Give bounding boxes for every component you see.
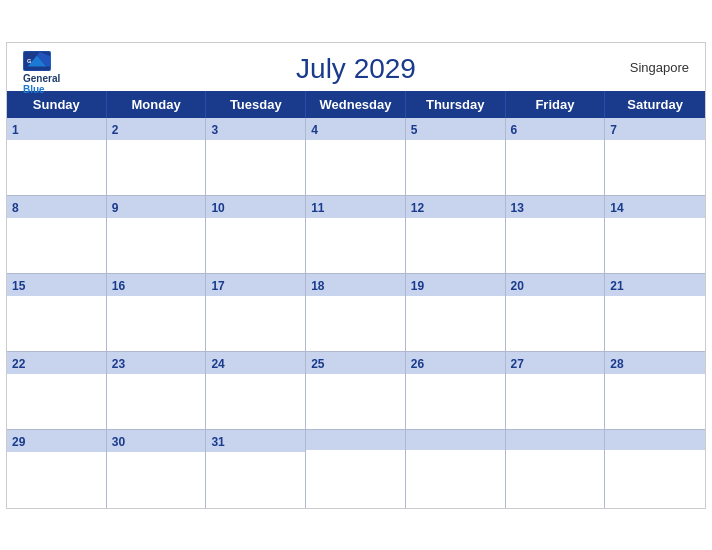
day-cell: 30: [107, 430, 207, 508]
logo-area: G General Blue: [23, 51, 60, 95]
day-cell: [306, 430, 406, 508]
day-number: 12: [411, 201, 424, 215]
calendar-header: G General Blue July 2029 Singapore: [7, 43, 705, 91]
day-number: 25: [311, 357, 324, 371]
generalblue-logo-icon: G: [23, 51, 51, 71]
day-cell: 2: [107, 118, 207, 196]
logo-general-text: General: [23, 73, 60, 84]
day-number: 9: [112, 201, 119, 215]
day-number: 30: [112, 435, 125, 449]
svg-text:G: G: [27, 58, 31, 64]
day-number: 10: [211, 201, 224, 215]
day-number: 27: [511, 357, 524, 371]
country-label: Singapore: [630, 59, 689, 74]
day-cell: 16: [107, 274, 207, 352]
day-number: 1: [12, 123, 19, 137]
day-cell: 5: [406, 118, 506, 196]
day-number: 13: [511, 201, 524, 215]
day-number: 7: [610, 123, 617, 137]
day-cell: 29: [7, 430, 107, 508]
day-cell: [506, 430, 606, 508]
day-header-wednesday: Wednesday: [306, 91, 406, 118]
day-number: 23: [112, 357, 125, 371]
day-cell: 12: [406, 196, 506, 274]
day-header-tuesday: Tuesday: [206, 91, 306, 118]
day-number: 24: [211, 357, 224, 371]
day-cell: [605, 430, 705, 508]
day-cell: 18: [306, 274, 406, 352]
day-number: 14: [610, 201, 623, 215]
day-cell: 24: [206, 352, 306, 430]
day-cell: 9: [107, 196, 207, 274]
day-cell: 17: [206, 274, 306, 352]
day-number: 19: [411, 279, 424, 293]
day-header-saturday: Saturday: [605, 91, 705, 118]
month-title: July 2029: [296, 53, 416, 85]
day-number: 21: [610, 279, 623, 293]
day-number: 16: [112, 279, 125, 293]
day-cell: 15: [7, 274, 107, 352]
day-number: 5: [411, 123, 418, 137]
day-header-friday: Friday: [506, 91, 606, 118]
day-cell: 31: [206, 430, 306, 508]
day-cell: 25: [306, 352, 406, 430]
day-cell: 26: [406, 352, 506, 430]
day-number: 15: [12, 279, 25, 293]
day-cell: 27: [506, 352, 606, 430]
day-cell: 11: [306, 196, 406, 274]
day-cell: 3: [206, 118, 306, 196]
day-header-thursday: Thursday: [406, 91, 506, 118]
day-cell: 21: [605, 274, 705, 352]
day-cell: 8: [7, 196, 107, 274]
day-number: 6: [511, 123, 518, 137]
day-cell: 10: [206, 196, 306, 274]
day-number: 11: [311, 201, 324, 215]
calendar: G General Blue July 2029 Singapore Sunda…: [6, 42, 706, 509]
day-number: 20: [511, 279, 524, 293]
day-number: 2: [112, 123, 119, 137]
day-cell: 23: [107, 352, 207, 430]
day-number: 29: [12, 435, 25, 449]
day-number: 26: [411, 357, 424, 371]
day-number: 3: [211, 123, 218, 137]
day-number: 28: [610, 357, 623, 371]
day-header-monday: Monday: [107, 91, 207, 118]
day-cell: 6: [506, 118, 606, 196]
day-cell: 4: [306, 118, 406, 196]
day-cell: 1: [7, 118, 107, 196]
day-cell: 28: [605, 352, 705, 430]
days-of-week-header: Sunday Monday Tuesday Wednesday Thursday…: [7, 91, 705, 118]
day-cell: 19: [406, 274, 506, 352]
day-cell: 22: [7, 352, 107, 430]
day-cell: 7: [605, 118, 705, 196]
day-cell: 20: [506, 274, 606, 352]
day-number: 22: [12, 357, 25, 371]
day-number: 17: [211, 279, 224, 293]
day-cell: 14: [605, 196, 705, 274]
logo-blue-text: Blue: [23, 84, 45, 95]
day-cell: 13: [506, 196, 606, 274]
day-cell: [406, 430, 506, 508]
calendar-grid: 1234567891011121314151617181920212223242…: [7, 118, 705, 508]
day-number: 4: [311, 123, 318, 137]
day-header-sunday: Sunday: [7, 91, 107, 118]
day-number: 31: [211, 435, 224, 449]
day-number: 18: [311, 279, 324, 293]
day-number: 8: [12, 201, 19, 215]
